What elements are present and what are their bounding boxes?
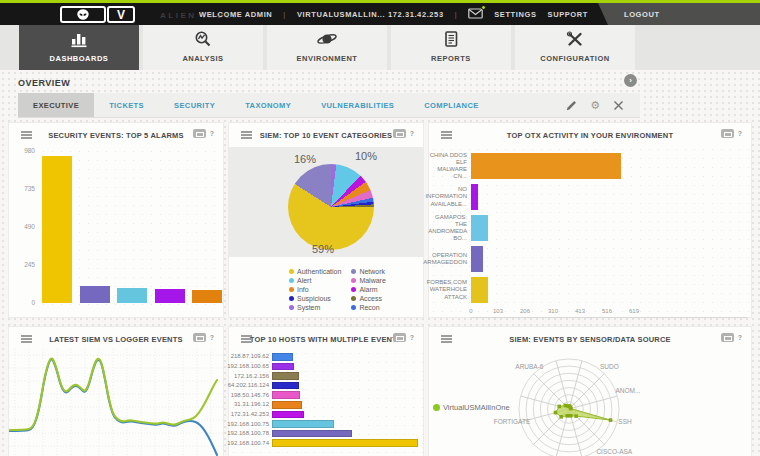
messages-button[interactable] [468, 8, 483, 21]
legend-item: Access [351, 294, 385, 303]
bar [272, 430, 352, 438]
hbar-chart-otx-activity: CHINA DDOS ELF MALWARE CN...NO INFORMATI… [429, 145, 751, 317]
pie-legend: AuthenticationAlertInfoSuspiciousSystemN… [289, 267, 386, 312]
bar [471, 246, 483, 272]
legend-item: Info [289, 285, 341, 294]
panel-events-by-sensor: SIEM: EVENTS BY SENSOR/DATA SOURCE ? ALI… [428, 326, 752, 456]
hbar-row-label: GAMAPOS: THE ANDROMEDA BO... [429, 215, 467, 241]
dashboard-actions: ⚙ [566, 93, 640, 117]
panel-help-button[interactable]: ? [210, 130, 214, 137]
bar-chart-icon [19, 30, 139, 48]
nav-tab-analysis[interactable]: ANALYSIS [143, 25, 263, 70]
logout-link[interactable]: LOGOUT [624, 10, 660, 19]
line-chart-siem-vs-logger [9, 349, 223, 456]
legend-dot [289, 305, 294, 310]
separator: | [455, 10, 458, 19]
tab-compliance[interactable]: COMPLIANCE [409, 93, 493, 117]
appliance-host[interactable]: VIRTUALUSMALLIN... 172.31.42.253 [297, 10, 444, 19]
panel-help-button[interactable]: ? [738, 130, 742, 137]
bar [42, 156, 72, 303]
legend-label: Suspicious [297, 295, 331, 302]
hbar-row-label: 198.50.145.76 [229, 391, 269, 399]
bar [471, 215, 488, 241]
panel-help-button[interactable]: ? [410, 334, 414, 341]
tab-taxonomy[interactable]: TAXONOMY [230, 93, 306, 117]
dashboard-help-button[interactable]: › [624, 74, 637, 87]
panel-header: TOP OTX ACTIVITY IN YOUR ENVIRONMENT ? [429, 123, 751, 145]
tab-security[interactable]: SECURITY [159, 93, 230, 117]
panel-popout-icon[interactable] [393, 333, 406, 342]
bar [80, 286, 110, 303]
radar-axis-label: ANOM... [615, 387, 640, 394]
top-bar: V ALIEN VAULT WELCOME ADMIN | VIRTUALUSM… [0, 3, 760, 25]
tab-vulnerabilities[interactable]: VULNERABILITIES [306, 93, 409, 117]
y-axis-tick: 490 [9, 223, 35, 230]
panel-popout-icon[interactable] [393, 129, 406, 138]
settings-link[interactable]: SETTINGS [494, 10, 536, 19]
x-axis-line [471, 317, 747, 318]
legend-dot [289, 269, 294, 274]
nav-tab-reports[interactable]: REPORTS [391, 25, 511, 70]
hbar-row-label: NO INFORMATION AVAILABLE... [429, 184, 467, 210]
hbar-chart-top-hosts: 218.87.109.62192.168.100.65172.16.2.1566… [229, 349, 423, 456]
reports-icon [391, 30, 511, 48]
hbar-row-label: CHINA DDOS ELF MALWARE CN... [429, 153, 467, 179]
panel-popout-icon[interactable] [721, 129, 734, 138]
x-axis-tick: 310 [545, 308, 561, 314]
y-axis-tick: 735 [9, 185, 35, 192]
nav-tab-environment[interactable]: ENVIRONMENT [267, 25, 387, 70]
panel-help-button[interactable]: ? [210, 334, 214, 341]
bar [272, 382, 299, 390]
pie-percent-label: 16% [294, 153, 316, 165]
panel-drag-handle-icon[interactable] [441, 335, 452, 344]
bar [272, 372, 299, 380]
legend-dot [351, 296, 356, 301]
panel-title: SIEM: EVENTS BY SENSOR/DATA SOURCE [429, 327, 751, 344]
pie-percent-label: 59% [312, 243, 334, 255]
panel-drag-handle-icon[interactable] [241, 335, 252, 344]
legend-dot [351, 278, 356, 283]
radar-legend[interactable]: VirtualUSMAllInOne [433, 403, 510, 412]
legend-label: Info [297, 286, 309, 293]
tools-icon [515, 30, 635, 48]
nav-tab-dashboards[interactable]: DASHBOARDS [19, 25, 139, 70]
hbar-row-label: 218.87.109.62 [229, 353, 269, 361]
fullscreen-icon[interactable] [613, 100, 624, 111]
logout-slab: LOGOUT [598, 3, 760, 25]
panel-header: LATEST SIEM VS LOGGER EVENTS ? [9, 327, 223, 349]
panel-drag-handle-icon[interactable] [21, 335, 32, 344]
tab-tickets[interactable]: TICKETS [94, 93, 159, 117]
panel-top-otx-activity: TOP OTX ACTIVITY IN YOUR ENVIRONMENT ? C… [428, 122, 752, 318]
panel-siem-top10-event-categories: SIEM: TOP 10 EVENT CATEGORIES ? 16%10%59… [228, 122, 424, 318]
alienvault-logo[interactable]: V [60, 5, 142, 23]
panel-help-button[interactable]: ? [738, 334, 742, 341]
panel-header: SECURITY EVENTS: TOP 5 ALARMS ? [9, 123, 223, 145]
panel-popout-icon[interactable] [721, 333, 734, 342]
tab-executive[interactable]: EXECUTIVE [18, 93, 94, 117]
gear-icon[interactable]: ⚙ [590, 100, 600, 111]
panel-drag-handle-icon[interactable] [441, 131, 452, 140]
x-axis-tick: 619 [626, 308, 642, 314]
radar-axis-label: FORTIGATE [494, 418, 531, 425]
panel-popout-icon[interactable] [193, 129, 206, 138]
legend-label: Alarm [359, 286, 377, 293]
legend-item: Network [351, 267, 385, 276]
nav-tab-configuration[interactable]: CONFIGURATION [515, 25, 635, 70]
main-nav: DASHBOARDSANALYSISENVIRONMENTREPORTSCONF… [0, 25, 760, 70]
hbar-row-label: FORBES.COM WATERHOLE ATTACK [429, 277, 467, 303]
panel-help-button[interactable]: ? [410, 130, 414, 137]
hbar-row-label: 172.31.42.253 [229, 411, 269, 419]
radar-axis-label: SUDO [600, 363, 619, 370]
legend-label: Authentication [297, 268, 341, 275]
panel-popout-icon[interactable] [193, 333, 206, 342]
panel-drag-handle-icon[interactable] [241, 131, 252, 140]
legend-label: Network [359, 268, 385, 275]
bar [272, 420, 334, 428]
x-axis-tick: 516 [599, 308, 615, 314]
bar-chart-top5-alarms: 9807354902450 [9, 145, 223, 317]
line-chart-svg [9, 349, 225, 456]
hbar-row-label: 192.168.100.74 [229, 439, 269, 447]
panel-drag-handle-icon[interactable] [21, 131, 32, 140]
edit-pencil-icon[interactable] [566, 100, 577, 111]
support-link[interactable]: SUPPORT [548, 10, 588, 19]
